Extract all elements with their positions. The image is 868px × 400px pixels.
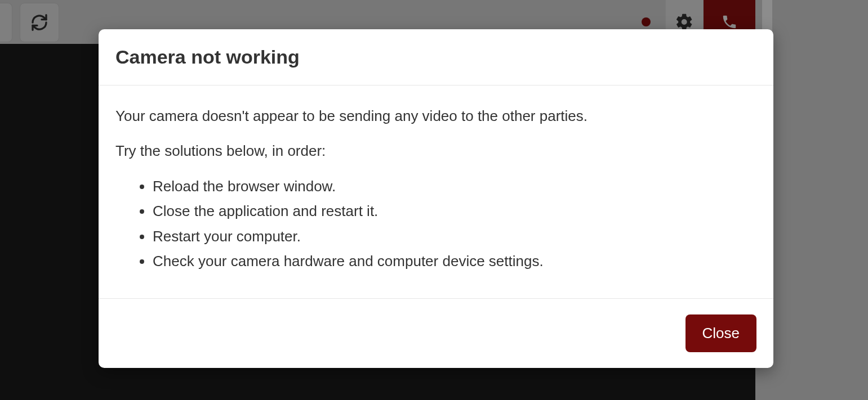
phone-icon: [721, 14, 738, 30]
app-root: Camera not working Your camera doesn't a…: [0, 0, 868, 400]
modal-body: Your camera doesn't appear to be sending…: [99, 86, 773, 298]
modal-title: Camera not working: [115, 46, 756, 68]
gear-icon: [675, 12, 694, 32]
close-button[interactable]: Close: [686, 314, 756, 352]
list-item: Restart your computer.: [153, 226, 756, 246]
toolbar-button-partial[interactable]: [0, 3, 12, 42]
modal-header: Camera not working: [99, 29, 773, 86]
list-item: Close the application and restart it.: [153, 201, 756, 221]
refresh-button[interactable]: [20, 3, 59, 42]
list-item: Check your camera hardware and computer …: [153, 251, 756, 271]
modal-subhead-text: Try the solutions below, in order:: [115, 141, 756, 161]
list-item: Reload the browser window.: [153, 176, 756, 196]
recording-indicator-icon: [642, 17, 651, 26]
modal-footer: Close: [99, 298, 773, 368]
modal-steps-list: Reload the browser window. Close the app…: [115, 176, 756, 272]
modal-intro-text: Your camera doesn't appear to be sending…: [115, 106, 756, 126]
refresh-icon: [30, 14, 48, 32]
camera-error-modal: Camera not working Your camera doesn't a…: [99, 29, 773, 368]
